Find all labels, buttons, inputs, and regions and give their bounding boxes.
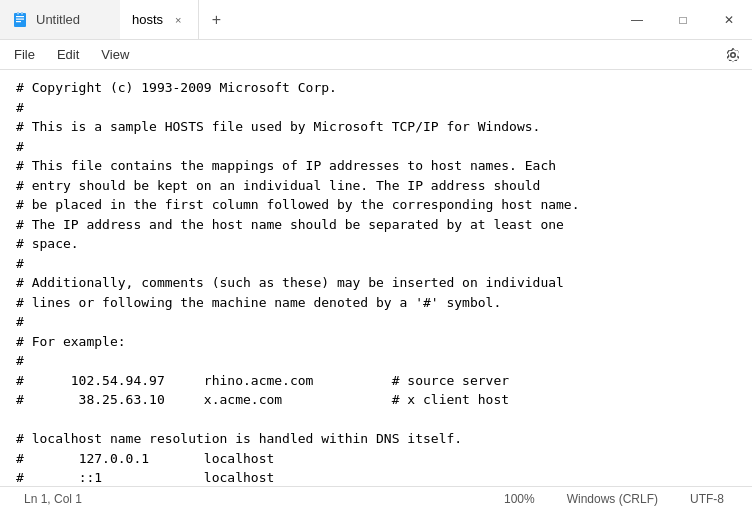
- tab-hosts-label: hosts: [132, 12, 163, 27]
- cursor-position: Ln 1, Col 1: [12, 492, 94, 506]
- status-bar: Ln 1, Col 1 100% Windows (CRLF) UTF-8: [0, 486, 752, 510]
- close-button[interactable]: ✕: [706, 0, 752, 39]
- menu-bar: File Edit View: [0, 40, 752, 70]
- status-right: 100% Windows (CRLF) UTF-8: [488, 492, 740, 506]
- svg-rect-2: [16, 18, 24, 19]
- svg-rect-3: [16, 21, 21, 22]
- editor-area[interactable]: # Copyright (c) 1993-2009 Microsoft Corp…: [0, 70, 752, 486]
- minimize-button[interactable]: —: [614, 0, 660, 39]
- notepad-icon: [12, 12, 28, 28]
- settings-button[interactable]: [718, 40, 748, 70]
- editor-content: # Copyright (c) 1993-2009 Microsoft Corp…: [0, 78, 752, 486]
- menu-items: File Edit View: [4, 43, 139, 66]
- zoom-level: 100%: [488, 492, 551, 506]
- svg-rect-1: [16, 16, 24, 17]
- tab-hosts[interactable]: hosts ×: [120, 0, 199, 39]
- maximize-button[interactable]: □: [660, 0, 706, 39]
- menu-file[interactable]: File: [4, 43, 45, 66]
- encoding: UTF-8: [674, 492, 740, 506]
- gear-icon: [725, 47, 741, 63]
- svg-rect-4: [17, 12, 19, 15]
- window-controls: — □ ✕: [614, 0, 752, 39]
- line-ending: Windows (CRLF): [551, 492, 674, 506]
- tab-untitled-label: Untitled: [36, 12, 80, 27]
- tab-new-button[interactable]: +: [199, 0, 235, 39]
- tab-untitled[interactable]: Untitled: [0, 0, 120, 39]
- menu-edit[interactable]: Edit: [47, 43, 89, 66]
- menu-view[interactable]: View: [91, 43, 139, 66]
- tab-hosts-close[interactable]: ×: [171, 12, 185, 28]
- status-left: Ln 1, Col 1: [12, 492, 488, 506]
- tab-bar: Untitled hosts × +: [0, 0, 614, 39]
- svg-rect-5: [21, 12, 23, 15]
- svg-rect-0: [14, 13, 26, 27]
- title-bar: Untitled hosts × + — □ ✕: [0, 0, 752, 40]
